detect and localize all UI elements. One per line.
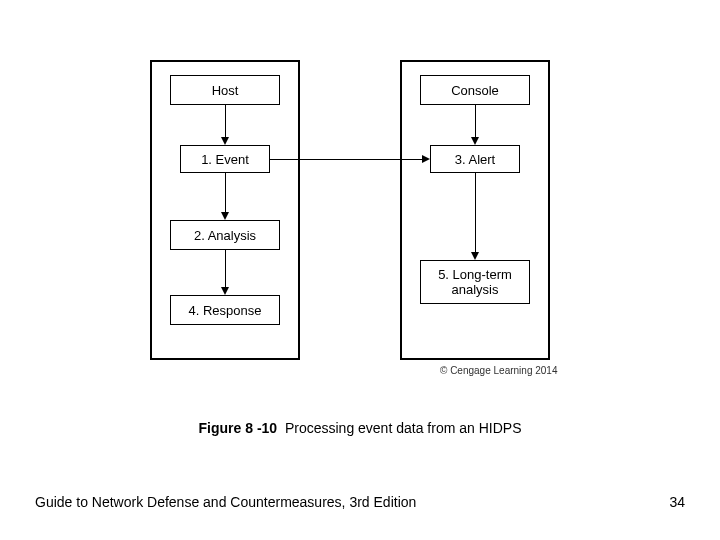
box-longterm: 5. Long-term analysis [420,260,530,304]
figure-number: Figure 8 -10 [199,420,278,436]
slide: Host 1. Event 2. Analysis 4. Response Co… [0,0,720,540]
arrow-head-alert-longterm [471,252,479,260]
footer-book-title: Guide to Network Defense and Countermeas… [35,494,416,510]
arrow-alert-longterm [475,173,476,252]
copyright-text: © Cengage Learning 2014 [440,365,557,376]
arrow-host-event [225,105,226,137]
box-host: Host [170,75,280,105]
box-event: 1. Event [180,145,270,173]
footer-page-number: 34 [669,494,685,510]
figure-title-text: Processing event data from an HIDPS [285,420,522,436]
box-response: 4. Response [170,295,280,325]
box-console: Console [420,75,530,105]
arrow-head-event-alert [422,155,430,163]
arrow-head-console-alert [471,137,479,145]
box-analysis: 2. Analysis [170,220,280,250]
arrow-event-analysis [225,173,226,212]
arrow-head-host-event [221,137,229,145]
arrow-console-alert [475,105,476,137]
box-alert: 3. Alert [430,145,520,173]
arrow-event-alert [270,159,422,160]
arrow-head-analysis-response [221,287,229,295]
arrow-head-event-analysis [221,212,229,220]
diagram-area: Host 1. Event 2. Analysis 4. Response Co… [130,60,590,380]
figure-caption: Figure 8 -10 Processing event data from … [0,420,720,436]
arrow-analysis-response [225,250,226,287]
